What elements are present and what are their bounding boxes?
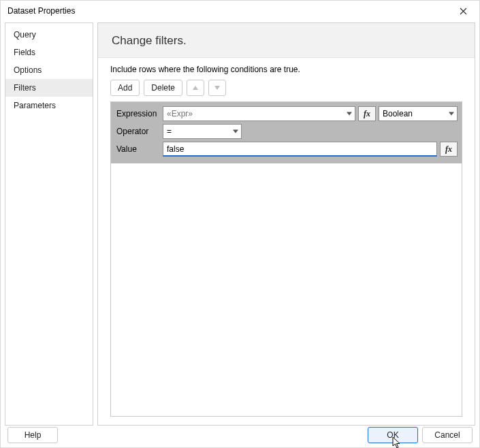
close-button[interactable]	[452, 3, 474, 19]
instruction-text: Include rows where the following conditi…	[110, 65, 462, 74]
cancel-button[interactable]: Cancel	[422, 427, 473, 443]
datatype-combo[interactable]	[379, 106, 458, 121]
sidebar-item-label: Filters	[14, 83, 36, 93]
value-row: Value fx	[115, 142, 458, 157]
ok-button[interactable]: OK	[368, 427, 418, 443]
sidebar-item-label: Fields	[14, 48, 35, 57]
sidebar-item-label: Options	[14, 65, 42, 75]
move-down-button[interactable]	[208, 80, 226, 96]
help-button[interactable]: Help	[7, 427, 58, 443]
panel-content: Include rows where the following conditi…	[98, 58, 475, 425]
sidebar-item-parameters[interactable]: Parameters	[5, 97, 93, 114]
expression-input[interactable]	[163, 106, 355, 121]
filter-blank-area	[111, 163, 462, 416]
operator-row: Operator	[115, 124, 458, 139]
dialog-footer: Help OK Cancel	[1, 426, 479, 445]
filter-editor: Expression fx	[110, 101, 462, 417]
expression-label: Expression	[115, 109, 160, 118]
dataset-properties-dialog: Dataset Properties Query Fields Options …	[0, 0, 480, 448]
sidebar-item-label: Parameters	[14, 101, 56, 110]
dialog-title: Dataset Properties	[7, 6, 75, 16]
sidebar: Query Fields Options Filters Parameters	[5, 22, 93, 426]
panel-heading: Change filters.	[98, 23, 475, 58]
add-button[interactable]: Add	[110, 80, 140, 96]
move-up-button[interactable]	[187, 80, 204, 96]
value-fx-button[interactable]: fx	[440, 142, 458, 157]
filter-toolbar: Add Delete	[110, 80, 462, 96]
sidebar-item-filters[interactable]: Filters	[5, 79, 93, 97]
sidebar-item-query[interactable]: Query	[5, 26, 93, 44]
delete-button[interactable]: Delete	[144, 80, 182, 96]
fx-icon: fx	[364, 109, 370, 119]
operator-input[interactable]	[163, 124, 242, 139]
value-input[interactable]	[163, 142, 437, 157]
arrow-up-icon	[193, 86, 198, 90]
operator-label: Operator	[115, 127, 160, 136]
expression-fx-button[interactable]: fx	[358, 106, 376, 121]
datatype-input[interactable]	[379, 106, 458, 121]
titlebar: Dataset Properties	[1, 1, 479, 21]
operator-combo[interactable]	[163, 124, 242, 139]
sidebar-item-options[interactable]: Options	[5, 61, 93, 79]
filter-form: Expression fx	[111, 102, 462, 163]
fx-icon: fx	[445, 144, 452, 155]
arrow-down-icon	[214, 86, 220, 90]
close-icon	[460, 7, 467, 15]
expression-row: Expression fx	[115, 106, 458, 121]
sidebar-item-fields[interactable]: Fields	[5, 44, 93, 61]
expression-combo[interactable]	[163, 106, 355, 121]
value-label: Value	[115, 144, 160, 154]
sidebar-item-label: Query	[14, 30, 36, 39]
main-panel: Change filters. Include rows where the f…	[97, 22, 475, 426]
